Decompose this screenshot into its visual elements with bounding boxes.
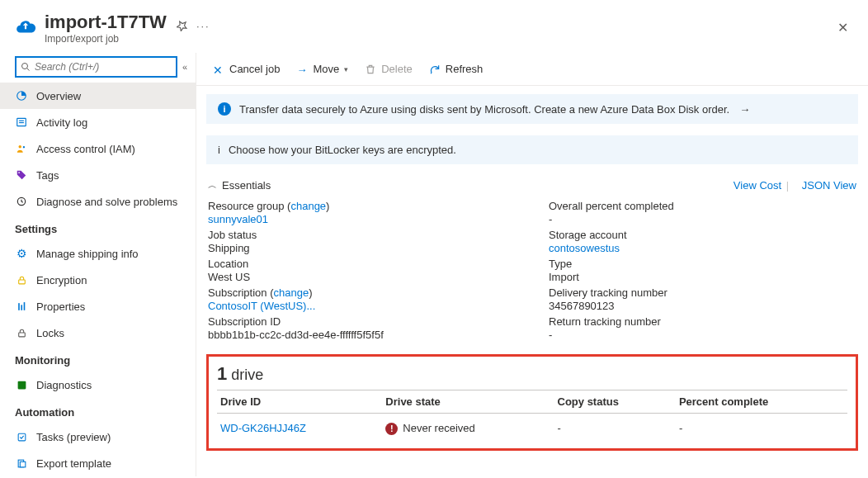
bitlocker-banner[interactable]: i Choose how your BitLocker keys are enc… [206, 135, 858, 164]
sidebar-item-properties[interactable]: Properties [0, 293, 196, 319]
svg-point-6 [18, 172, 20, 173]
sidebar-item-locks[interactable]: Locks [0, 319, 196, 346]
arrow-right-icon: → [739, 103, 750, 116]
essentials-value-link[interactable]: sunnyvale01 [208, 213, 268, 225]
error-icon: ! [385, 423, 398, 435]
percent-complete: - [676, 414, 847, 437]
collapse-sidebar-icon[interactable]: « [182, 62, 187, 72]
pin-icon[interactable] [177, 20, 188, 34]
chevron-up-icon: ︿ [208, 179, 217, 192]
sidebar-item-encryption[interactable]: Encryption [0, 267, 196, 293]
json-view-link[interactable]: JSON View [802, 179, 856, 192]
drives-section: 1 drive Drive IDDrive stateCopy statusPe… [206, 354, 858, 451]
sidebar-item-diagnose[interactable]: Diagnose and solve problems [0, 188, 196, 215]
table-header: Drive ID [217, 390, 382, 414]
essentials-item: Return tracking number- [549, 315, 856, 341]
overview-icon [15, 89, 28, 102]
drive-state: !Never received [382, 414, 554, 437]
refresh-icon [429, 64, 441, 75]
cancel-job-button[interactable]: ✕Cancel job [206, 59, 286, 78]
sidebar-section-monitoring: Monitoring [0, 346, 196, 372]
cloud-upload-icon [15, 17, 36, 38]
sidebar-section-settings: Settings [0, 215, 196, 240]
table-header: Drive state [382, 390, 554, 414]
svg-rect-9 [18, 303, 20, 310]
info-icon: i [218, 102, 231, 116]
svg-rect-12 [18, 332, 25, 336]
sidebar-item-access-control[interactable]: Access control (IAM) [0, 135, 196, 162]
svg-rect-13 [17, 381, 26, 389]
sidebar-item-overview[interactable]: Overview [0, 83, 196, 109]
essentials-item: Storage accountcontosowestus [549, 229, 856, 254]
drive-id-link[interactable]: WD-GK26HJJ46Z [220, 422, 306, 434]
sidebar-section-automation: Automation [0, 398, 196, 424]
diagnose-icon [15, 195, 28, 208]
activity-log-icon [15, 116, 28, 129]
close-button[interactable]: ✕ [834, 17, 851, 39]
svg-rect-14 [18, 433, 26, 441]
essentials-toggle[interactable]: ︿ Essentials [208, 179, 271, 192]
svg-rect-16 [20, 461, 25, 467]
chevron-down-icon: ▾ [344, 65, 348, 73]
table-header: Copy status [554, 390, 676, 414]
delete-icon [365, 64, 376, 75]
svg-rect-8 [18, 279, 25, 283]
change-link[interactable]: change [273, 286, 309, 299]
refresh-button[interactable]: Refresh [422, 59, 490, 78]
essentials-item: Resource group (change)sunnyvale01 [208, 200, 516, 225]
sidebar-item-activity-log[interactable]: Activity log [0, 109, 196, 135]
essentials-item: LocationWest US [208, 258, 516, 283]
sidebar-search-wrap: « [15, 56, 187, 78]
essentials-item: Subscription IDbbbb1b1b-cc2c-dd3d-ee4e-f… [208, 315, 516, 341]
essentials-value-link[interactable]: contosowestus [549, 242, 620, 254]
essentials-item: Overall percent completed- [549, 200, 856, 225]
svg-rect-10 [21, 305, 22, 310]
page-title: import-1T7TW [45, 12, 167, 33]
tags-icon [15, 168, 28, 182]
svg-point-5 [23, 146, 25, 148]
sidebar: « Overview Activity log Access control (… [0, 53, 196, 476]
tasks-icon [15, 430, 28, 443]
essentials-item: Subscription (change)ContosoIT (WestUS).… [208, 286, 516, 312]
essentials-value-link[interactable]: ContosoIT (WestUS)... [208, 300, 315, 312]
view-cost-link[interactable]: View Cost [734, 179, 781, 192]
main-content: ✕Cancel job →Move▾ Delete Refresh i Tran… [196, 53, 868, 476]
databox-banner[interactable]: i Transfer data securely to Azure using … [206, 94, 858, 124]
move-button[interactable]: →Move▾ [290, 59, 355, 78]
toolbar: ✕Cancel job →Move▾ Delete Refresh [196, 53, 868, 86]
locks-icon [15, 326, 28, 339]
move-icon: → [296, 64, 308, 75]
svg-point-4 [19, 145, 22, 149]
drives-table: Drive IDDrive stateCopy statusPercent co… [217, 390, 847, 437]
sidebar-item-export-template[interactable]: Export template [0, 450, 196, 476]
change-link[interactable]: change [290, 200, 326, 212]
essentials-links: View Cost | JSON View [725, 179, 856, 192]
essentials-item: TypeImport [549, 258, 856, 283]
more-icon[interactable]: ··· [196, 20, 210, 34]
sidebar-item-shipping[interactable]: ⚙Manage shipping info [0, 240, 196, 267]
sidebar-item-tasks[interactable]: Tasks (preview) [0, 424, 196, 450]
access-control-icon [15, 142, 28, 155]
page-subtitle: Import/export job [45, 33, 167, 45]
lock-icon [15, 273, 28, 286]
svg-rect-11 [23, 302, 25, 310]
essentials-item: Delivery tracking number34567890123 [549, 286, 856, 312]
table-row: WD-GK26HJJ46Z!Never received-- [217, 414, 847, 437]
header-text: import-1T7TW Import/export job [45, 12, 167, 45]
search-input[interactable] [15, 56, 177, 78]
drives-title: 1 drive [217, 362, 847, 390]
delete-button: Delete [358, 59, 419, 78]
properties-icon [15, 300, 28, 313]
sidebar-item-tags[interactable]: Tags [0, 162, 196, 188]
cancel-icon: ✕ [213, 64, 224, 75]
header-actions: ··· [177, 20, 210, 34]
info-icon: i [218, 144, 220, 156]
essentials-section: ︿ Essentials View Cost | JSON View Resou… [206, 174, 858, 348]
essentials-item: Job statusShipping [208, 229, 516, 254]
sidebar-item-diagnostics[interactable]: Diagnostics [0, 372, 196, 398]
diagnostics-icon [15, 378, 28, 391]
export-template-icon [15, 457, 28, 470]
blade-header: import-1T7TW Import/export job ··· ✕ [0, 0, 868, 53]
table-header: Percent complete [676, 390, 847, 414]
copy-status: - [554, 414, 676, 437]
